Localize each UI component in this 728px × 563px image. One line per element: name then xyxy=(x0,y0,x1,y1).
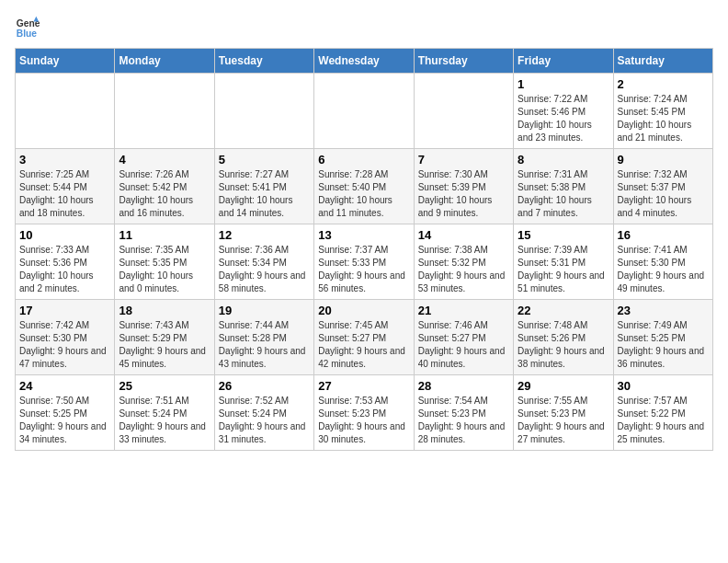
calendar-week-row: 10Sunrise: 7:33 AM Sunset: 5:36 PM Dayli… xyxy=(16,224,713,300)
day-info: Sunrise: 7:22 AM Sunset: 5:46 PM Dayligh… xyxy=(518,93,609,144)
day-info: Sunrise: 7:42 AM Sunset: 5:30 PM Dayligh… xyxy=(19,319,110,371)
calendar-cell: 12Sunrise: 7:36 AM Sunset: 5:34 PM Dayli… xyxy=(214,224,313,300)
day-number: 8 xyxy=(518,153,609,167)
calendar-cell: 2Sunrise: 7:24 AM Sunset: 5:45 PM Daylig… xyxy=(613,74,712,149)
day-info: Sunrise: 7:49 AM Sunset: 5:25 PM Dayligh… xyxy=(618,319,709,371)
calendar-cell: 21Sunrise: 7:46 AM Sunset: 5:27 PM Dayli… xyxy=(414,300,513,375)
calendar-cell: 30Sunrise: 7:57 AM Sunset: 5:22 PM Dayli… xyxy=(613,375,712,451)
calendar-header-row: SundayMondayTuesdayWednesdayThursdayFrid… xyxy=(16,49,713,74)
logo: General Blue xyxy=(15,15,40,40)
day-number: 14 xyxy=(418,228,509,242)
day-number: 7 xyxy=(418,153,509,167)
calendar-cell xyxy=(414,74,513,149)
logo-icon: General Blue xyxy=(15,15,40,40)
day-number: 12 xyxy=(219,228,310,242)
day-number: 10 xyxy=(19,228,110,242)
calendar-cell: 20Sunrise: 7:45 AM Sunset: 5:27 PM Dayli… xyxy=(314,300,414,375)
calendar-cell: 15Sunrise: 7:39 AM Sunset: 5:31 PM Dayli… xyxy=(514,224,613,300)
calendar-cell: 1Sunrise: 7:22 AM Sunset: 5:46 PM Daylig… xyxy=(514,74,613,149)
day-info: Sunrise: 7:41 AM Sunset: 5:30 PM Dayligh… xyxy=(618,244,709,295)
day-number: 11 xyxy=(119,228,210,242)
calendar-week-row: 17Sunrise: 7:42 AM Sunset: 5:30 PM Dayli… xyxy=(16,300,713,375)
calendar-cell: 26Sunrise: 7:52 AM Sunset: 5:24 PM Dayli… xyxy=(214,375,313,451)
day-number: 22 xyxy=(518,304,609,317)
day-number: 26 xyxy=(219,379,310,393)
day-info: Sunrise: 7:31 AM Sunset: 5:38 PM Dayligh… xyxy=(518,168,609,220)
day-number: 30 xyxy=(618,379,709,393)
day-number: 13 xyxy=(318,228,409,242)
day-info: Sunrise: 7:52 AM Sunset: 5:24 PM Dayligh… xyxy=(219,395,310,446)
calendar-week-row: 24Sunrise: 7:50 AM Sunset: 5:25 PM Dayli… xyxy=(16,375,713,451)
svg-text:Blue: Blue xyxy=(17,29,38,39)
day-info: Sunrise: 7:33 AM Sunset: 5:36 PM Dayligh… xyxy=(19,244,110,295)
calendar-cell: 11Sunrise: 7:35 AM Sunset: 5:35 PM Dayli… xyxy=(115,224,214,300)
calendar-cell: 22Sunrise: 7:48 AM Sunset: 5:26 PM Dayli… xyxy=(514,300,613,375)
calendar-cell: 17Sunrise: 7:42 AM Sunset: 5:30 PM Dayli… xyxy=(16,300,115,375)
weekday-header: Wednesday xyxy=(314,49,414,74)
calendar-cell xyxy=(314,74,414,149)
calendar-cell: 18Sunrise: 7:43 AM Sunset: 5:29 PM Dayli… xyxy=(115,300,214,375)
calendar-cell: 29Sunrise: 7:55 AM Sunset: 5:23 PM Dayli… xyxy=(514,375,613,451)
calendar-cell: 5Sunrise: 7:27 AM Sunset: 5:41 PM Daylig… xyxy=(214,149,313,224)
day-info: Sunrise: 7:35 AM Sunset: 5:35 PM Dayligh… xyxy=(119,244,210,295)
day-number: 23 xyxy=(618,304,709,317)
day-number: 4 xyxy=(119,153,210,167)
day-number: 24 xyxy=(19,379,110,393)
calendar-cell xyxy=(214,74,313,149)
day-info: Sunrise: 7:28 AM Sunset: 5:40 PM Dayligh… xyxy=(318,168,409,220)
calendar-cell: 19Sunrise: 7:44 AM Sunset: 5:28 PM Dayli… xyxy=(214,300,313,375)
calendar-cell: 8Sunrise: 7:31 AM Sunset: 5:38 PM Daylig… xyxy=(514,149,613,224)
day-info: Sunrise: 7:45 AM Sunset: 5:27 PM Dayligh… xyxy=(318,319,409,371)
day-number: 29 xyxy=(518,379,609,393)
calendar-cell: 10Sunrise: 7:33 AM Sunset: 5:36 PM Dayli… xyxy=(16,224,115,300)
day-number: 20 xyxy=(318,304,409,317)
calendar-cell xyxy=(16,74,115,149)
weekday-header: Sunday xyxy=(16,49,115,74)
day-number: 25 xyxy=(119,379,210,393)
day-number: 19 xyxy=(219,304,310,317)
calendar-cell: 16Sunrise: 7:41 AM Sunset: 5:30 PM Dayli… xyxy=(613,224,712,300)
day-info: Sunrise: 7:53 AM Sunset: 5:23 PM Dayligh… xyxy=(318,395,409,446)
header: General Blue xyxy=(15,15,713,40)
weekday-header: Thursday xyxy=(414,49,513,74)
day-info: Sunrise: 7:50 AM Sunset: 5:25 PM Dayligh… xyxy=(19,395,110,446)
day-info: Sunrise: 7:39 AM Sunset: 5:31 PM Dayligh… xyxy=(518,244,609,295)
day-number: 21 xyxy=(418,304,509,317)
calendar-cell: 6Sunrise: 7:28 AM Sunset: 5:40 PM Daylig… xyxy=(314,149,414,224)
weekday-header: Monday xyxy=(115,49,214,74)
day-info: Sunrise: 7:48 AM Sunset: 5:26 PM Dayligh… xyxy=(518,319,609,371)
day-number: 9 xyxy=(618,153,709,167)
calendar-cell: 7Sunrise: 7:30 AM Sunset: 5:39 PM Daylig… xyxy=(414,149,513,224)
day-info: Sunrise: 7:37 AM Sunset: 5:33 PM Dayligh… xyxy=(318,244,409,295)
day-number: 3 xyxy=(19,153,110,167)
calendar-cell xyxy=(115,74,214,149)
calendar-cell: 4Sunrise: 7:26 AM Sunset: 5:42 PM Daylig… xyxy=(115,149,214,224)
day-number: 27 xyxy=(318,379,409,393)
day-info: Sunrise: 7:25 AM Sunset: 5:44 PM Dayligh… xyxy=(19,168,110,220)
calendar-cell: 23Sunrise: 7:49 AM Sunset: 5:25 PM Dayli… xyxy=(613,300,712,375)
day-info: Sunrise: 7:26 AM Sunset: 5:42 PM Dayligh… xyxy=(119,168,210,220)
day-info: Sunrise: 7:32 AM Sunset: 5:37 PM Dayligh… xyxy=(618,168,709,220)
day-number: 1 xyxy=(518,77,609,91)
day-info: Sunrise: 7:43 AM Sunset: 5:29 PM Dayligh… xyxy=(119,319,210,371)
day-info: Sunrise: 7:55 AM Sunset: 5:23 PM Dayligh… xyxy=(518,395,609,446)
day-number: 15 xyxy=(518,228,609,242)
day-number: 6 xyxy=(318,153,409,167)
calendar-table: SundayMondayTuesdayWednesdayThursdayFrid… xyxy=(15,48,713,451)
day-number: 2 xyxy=(618,77,709,91)
calendar-cell: 13Sunrise: 7:37 AM Sunset: 5:33 PM Dayli… xyxy=(314,224,414,300)
day-info: Sunrise: 7:38 AM Sunset: 5:32 PM Dayligh… xyxy=(418,244,509,295)
calendar-week-row: 1Sunrise: 7:22 AM Sunset: 5:46 PM Daylig… xyxy=(16,74,713,149)
day-info: Sunrise: 7:27 AM Sunset: 5:41 PM Dayligh… xyxy=(219,168,310,220)
day-info: Sunrise: 7:44 AM Sunset: 5:28 PM Dayligh… xyxy=(219,319,310,371)
weekday-header: Tuesday xyxy=(214,49,313,74)
calendar-cell: 25Sunrise: 7:51 AM Sunset: 5:24 PM Dayli… xyxy=(115,375,214,451)
day-number: 16 xyxy=(618,228,709,242)
weekday-header: Saturday xyxy=(613,49,712,74)
day-info: Sunrise: 7:57 AM Sunset: 5:22 PM Dayligh… xyxy=(618,395,709,446)
calendar-cell: 28Sunrise: 7:54 AM Sunset: 5:23 PM Dayli… xyxy=(414,375,513,451)
day-number: 18 xyxy=(119,304,210,317)
day-number: 5 xyxy=(219,153,310,167)
weekday-header: Friday xyxy=(514,49,613,74)
calendar-cell: 27Sunrise: 7:53 AM Sunset: 5:23 PM Dayli… xyxy=(314,375,414,451)
